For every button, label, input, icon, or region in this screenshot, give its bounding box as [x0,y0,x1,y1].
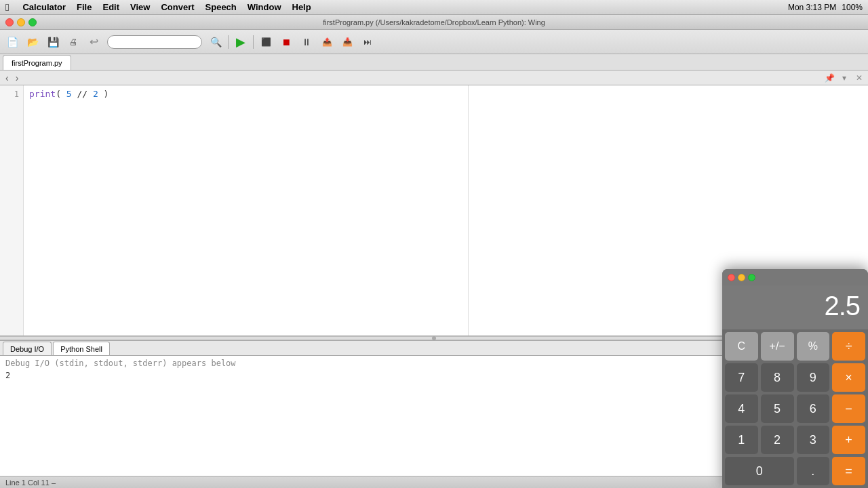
calc-btn-9[interactable]: 9 [797,363,830,392]
window-titlebar: firstProgram.py (/Users/kakradetome/Drop… [0,15,868,30]
menu-convert[interactable]: Convert [155,0,199,14]
calc-buttons: C+/−%÷789×456−123+0.= [722,329,868,488]
calc-btn-[interactable]: × [832,363,865,392]
nav-icons: 📌 ▾ ✕ [823,72,865,84]
toolbar-separator [228,35,229,49]
apple-menu-icon[interactable]:  [5,1,9,13]
calc-minimize-button[interactable] [738,274,745,281]
menu-file[interactable]: File [71,0,97,14]
nav-arrows: ‹ › [3,73,21,83]
minimize-button[interactable] [17,18,25,26]
calc-btn-6[interactable]: 6 [797,394,830,423]
pin-icon[interactable]: 📌 [823,72,835,84]
resize-dot [432,336,436,340]
line-number-1: 1 [0,88,19,100]
toolbar-separator-2 [253,35,254,49]
calc-display: 2.5 [722,285,868,329]
search-button[interactable]: 🔍 [206,33,225,52]
file-tab-firstprogram[interactable]: firstProgram.py [3,55,71,70]
calc-traffic-lights [728,274,755,281]
maximize-button[interactable] [28,18,37,26]
calc-btn-8[interactable]: 8 [761,363,794,392]
calc-close-button[interactable] [728,274,735,281]
calc-btn-[interactable]: . [797,457,830,485]
print-keyword: print [29,89,56,99]
tab-debug-io[interactable]: Debug I/O [3,342,52,355]
calc-btn-C[interactable]: C [725,332,758,361]
tab-python-shell[interactable]: Python Shell [53,342,110,355]
editor-vertical-divider [468,85,469,336]
step-button[interactable]: 📤 [317,33,336,52]
calc-btn-2[interactable]: 2 [761,426,794,454]
calc-btn-7[interactable]: 7 [725,363,758,392]
close-button[interactable] [5,18,14,26]
status-text: Line 1 Col 11 – [5,479,56,487]
number-5: 5 [66,89,72,99]
search-input[interactable] [107,35,202,49]
toolbar: 📄 📂 💾 🖨 ↩ 🔍 ▶ ⬛ ⏹ ⏸ 📤 📥 ⏭ [0,30,868,54]
code-line-1: print( 5 // 2 ) [29,88,863,100]
calc-btn-[interactable]: − [832,394,865,423]
number-2: 2 [93,89,98,99]
calc-btn-3[interactable]: 3 [797,426,830,454]
run-button[interactable]: ▶ [231,33,250,52]
window-title: firstProgram.py (/Users/kakradetome/Drop… [323,18,545,26]
calc-btn-1[interactable]: 1 [725,426,758,454]
nav-forward-button[interactable]: › [13,73,22,83]
new-file-button[interactable]: 📄 [3,33,22,52]
stop-button[interactable]: ⏹ [277,33,296,52]
menu-help[interactable]: Help [287,0,317,14]
calc-titlebar [722,269,868,285]
nav-back-button[interactable]: ‹ [3,73,12,83]
step-into-button[interactable]: 📥 [338,33,357,52]
print-button[interactable]: 🖨 [64,33,83,52]
close-tab-icon[interactable]: ✕ [853,72,865,84]
menu-view[interactable]: View [125,0,155,14]
menubar:  Calculator File Edit View Convert Spee… [0,0,868,15]
battery-display: 100% [842,3,863,12]
time-display: Mon 3:13 PM [788,3,836,12]
calc-btn-4[interactable]: 4 [725,394,758,423]
save-file-button[interactable]: 💾 [43,33,62,52]
menu-speech[interactable]: Speech [200,0,242,14]
menu-calculator[interactable]: Calculator [17,0,71,14]
menu-right-area: Mon 3:13 PM 100% [788,3,863,12]
calc-btn-5[interactable]: 5 [761,394,794,423]
calc-btn-[interactable]: ÷ [832,332,865,361]
calc-btn-[interactable]: = [832,457,865,485]
calc-btn-[interactable]: % [797,332,830,361]
chevron-down-icon[interactable]: ▾ [838,72,850,84]
line-numbers: 1 [0,85,24,336]
calc-btn-0[interactable]: 0 [725,457,794,485]
undo-button[interactable]: ↩ [84,33,103,52]
menu-edit[interactable]: Edit [97,0,125,14]
calc-btn-[interactable]: +/− [761,332,794,361]
navigation-bar: ‹ › 📌 ▾ ✕ [0,70,868,85]
pause-button[interactable]: ⏸ [297,33,316,52]
calc-maximize-button[interactable] [748,274,755,281]
menu-window[interactable]: Window [242,0,287,14]
debug-button[interactable]: ⬛ [256,33,275,52]
step-out-button[interactable]: ⏭ [358,33,377,52]
traffic-lights [5,18,37,26]
calc-result: 2.5 [824,291,860,321]
file-tabbar: firstProgram.py [0,54,868,70]
open-file-button[interactable]: 📂 [23,33,42,52]
calculator-window: 2.5 C+/−%÷789×456−123+0.= [722,269,868,488]
calc-btn-[interactable]: + [832,426,865,454]
